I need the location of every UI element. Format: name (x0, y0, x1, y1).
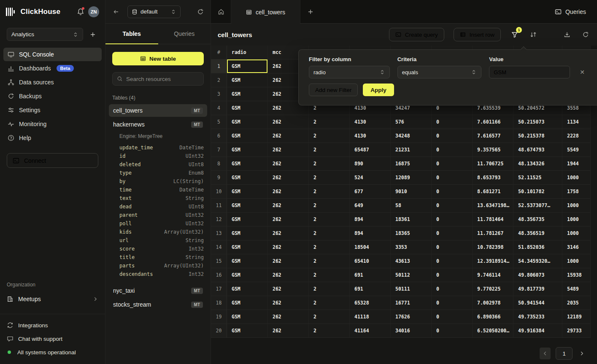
row-number[interactable]: 12 (211, 213, 227, 226)
grid-cell[interactable]: 18365 (391, 226, 432, 240)
grid-cell[interactable]: 9.357565 (473, 143, 513, 156)
new-table-button[interactable]: New table (112, 52, 204, 65)
row-number[interactable]: 1 (211, 59, 227, 73)
grid-cell[interactable]: 0 (432, 129, 473, 143)
grid-cell[interactable]: 8.653793 (473, 171, 513, 184)
user-avatar[interactable]: ZN (88, 6, 99, 17)
next-page-button[interactable] (578, 348, 586, 359)
grid-cell[interactable]: 677 (350, 185, 391, 198)
grid-cell[interactable]: 2 (309, 268, 350, 282)
grid-cell[interactable]: 58 (391, 199, 432, 212)
grid-cell[interactable]: 0 (432, 254, 473, 268)
row-number[interactable]: 2 (211, 73, 227, 87)
row-number[interactable]: 13 (211, 226, 227, 240)
grid-cell[interactable]: 262 (268, 213, 309, 226)
add-new-filter-button[interactable]: Add new Filter (309, 84, 358, 96)
grid-cell[interactable]: 262 (268, 157, 309, 170)
grid-cell[interactable]: 0 (432, 310, 473, 324)
footer-item-integrations[interactable]: Integrations (7, 319, 98, 331)
sort-button[interactable] (529, 30, 538, 39)
close-filter-icon[interactable]: ✕ (578, 67, 587, 77)
grid-cell[interactable]: 2 (309, 213, 350, 226)
grid-cell[interactable]: GSM (227, 185, 268, 198)
grid-cell[interactable]: 524 (350, 171, 391, 184)
grid-cell[interactable]: 50.941544 (513, 296, 562, 310)
grid-cell[interactable]: 691 (350, 282, 391, 296)
grid-cell[interactable]: 2 (309, 240, 350, 254)
grid-cell[interactable]: 2 (309, 324, 350, 337)
grid-cell[interactable]: 2 (309, 185, 350, 198)
table-item-nyc-taxi[interactable]: nyc_taxi MT (109, 284, 207, 297)
grid-cell[interactable]: 52.5373077… (513, 199, 562, 212)
nav-item-dashboards[interactable]: Dashboards Beta (3, 62, 102, 75)
row-number[interactable]: 9 (211, 171, 227, 184)
home-tab[interactable] (211, 0, 231, 23)
workspace-select[interactable]: Analytics (7, 28, 83, 41)
grid-cell[interactable]: 11.781267 (473, 226, 513, 240)
row-number[interactable]: 19 (211, 310, 227, 324)
row-number[interactable]: 11 (211, 199, 227, 212)
grid-cell[interactable]: 0 (432, 213, 473, 226)
grid-cell[interactable]: GSM (227, 310, 268, 324)
grid-cell[interactable]: 2 (309, 129, 350, 143)
nav-item-data-sources[interactable]: Data sources (3, 75, 102, 89)
grid-cell[interactable]: 7.601166 (473, 115, 513, 129)
grid-cell[interactable]: GSM (227, 143, 268, 156)
grid-cell[interactable]: 2 (309, 115, 350, 129)
grid-cell[interactable]: 41164 (350, 324, 391, 337)
row-number[interactable]: 18 (211, 296, 227, 310)
grid-cell[interactable]: 49.817739 (513, 282, 562, 296)
grid-cell[interactable]: 2 (309, 310, 350, 324)
grid-cell[interactable]: 50112 (391, 268, 432, 282)
grid-cell[interactable]: 0 (432, 185, 473, 198)
grid-cell[interactable]: 0 (432, 199, 473, 212)
add-workspace-button[interactable] (87, 29, 98, 40)
grid-cell[interactable]: GSM (227, 199, 268, 212)
filter-column-select[interactable]: radio (309, 66, 390, 78)
connect-button[interactable]: Connect (7, 153, 98, 168)
grid-cell[interactable]: 5489 (562, 282, 591, 296)
grid-cell[interactable]: 9.770225 (473, 282, 513, 296)
table-item-hackernews[interactable]: hackernews MT (109, 118, 207, 131)
grid-cell[interactable]: GSM (227, 213, 268, 226)
row-number[interactable]: 16 (211, 268, 227, 282)
grid-cell[interactable]: 15938 (562, 268, 591, 282)
grid-cell[interactable]: 50.215073 (513, 115, 562, 129)
grid-cell[interactable]: 1134 (562, 115, 591, 129)
grid-cell[interactable]: 65328 (350, 296, 391, 310)
grid-cell[interactable]: 2 (309, 157, 350, 170)
grid-cell[interactable]: 48.356735 (513, 213, 562, 226)
grid-cell[interactable]: 21231 (391, 143, 432, 156)
row-number[interactable]: 15 (211, 254, 227, 268)
grid-cell[interactable]: 2 (309, 171, 350, 184)
grid-cell[interactable]: 43613 (391, 254, 432, 268)
grid-cell[interactable]: GSM (227, 226, 268, 240)
row-number[interactable]: 7 (211, 143, 227, 156)
grid-cell[interactable]: 3146 (562, 240, 591, 254)
grid-cell[interactable]: GSM (227, 268, 268, 282)
filter-value-input[interactable] (489, 66, 570, 78)
grid-cell[interactable]: 262 (268, 143, 309, 156)
collapse-sidebar-icon[interactable] (112, 8, 119, 15)
grid-cell[interactable]: 890 (350, 157, 391, 170)
nav-item-settings[interactable]: Settings (3, 103, 102, 117)
grid-cell[interactable]: GSM (227, 254, 268, 268)
grid-cell[interactable]: GSM (227, 171, 268, 184)
grid-cell[interactable]: 65487 (350, 143, 391, 156)
grid-cell[interactable]: 2 (309, 199, 350, 212)
grid-cell[interactable]: 0 (432, 115, 473, 129)
grid-cell[interactable]: 262 (268, 254, 309, 268)
org-item-meetups[interactable]: Meetups (7, 292, 98, 306)
filter-criteria-select[interactable]: equals (397, 66, 482, 78)
apply-filter-button[interactable]: Apply (363, 84, 394, 96)
grid-cell[interactable]: 4130 (350, 129, 391, 143)
grid-cell[interactable]: 649 (350, 199, 391, 212)
grid-cell[interactable]: 41118 (350, 310, 391, 324)
grid-cell[interactable]: 6.52050200… (473, 324, 513, 337)
grid-cell[interactable]: 51.852036 (513, 240, 562, 254)
grid-cell[interactable]: 0 (432, 240, 473, 254)
row-number[interactable]: 14 (211, 240, 227, 254)
grid-cell[interactable]: 34248 (391, 129, 432, 143)
grid-cell[interactable]: 6.890366 (473, 310, 513, 324)
grid-cell[interactable]: 894 (350, 213, 391, 226)
